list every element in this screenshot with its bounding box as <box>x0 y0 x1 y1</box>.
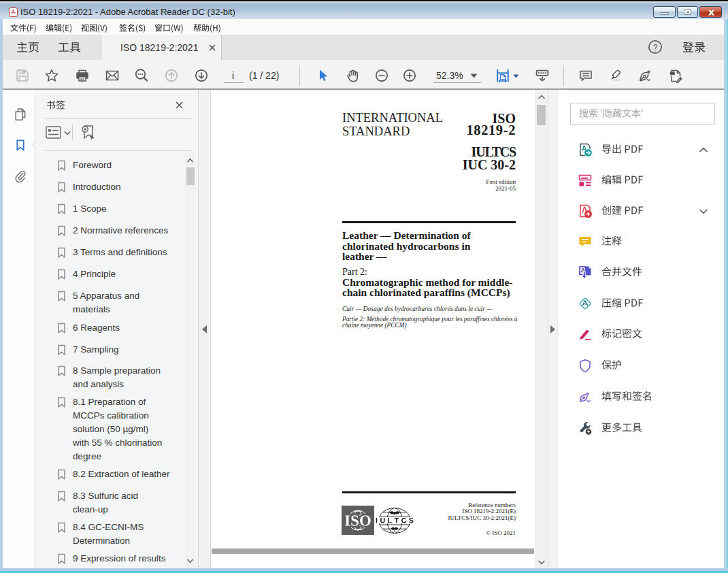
svg-text:?: ? <box>653 43 658 52</box>
